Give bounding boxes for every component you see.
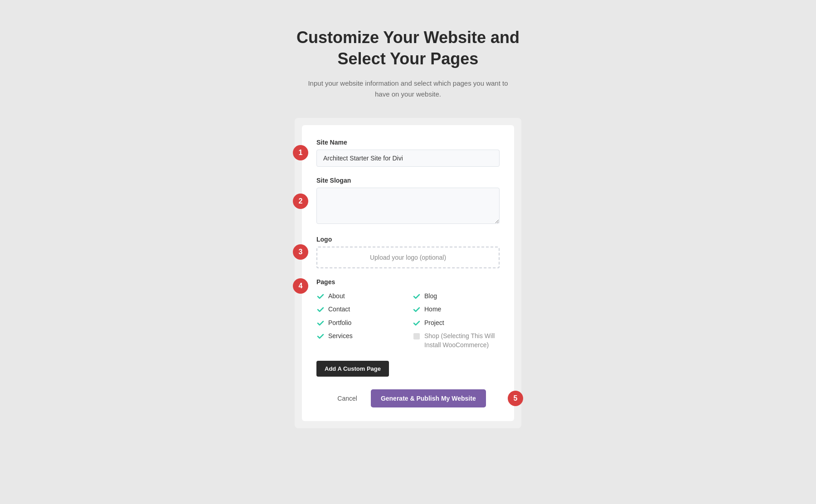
generate-publish-button[interactable]: Generate & Publish My Website — [371, 389, 486, 407]
page-header: Customize Your Website and Select Your P… — [296, 27, 520, 100]
step-badge-1: 1 — [293, 145, 308, 160]
page-portfolio-label: Portfolio — [328, 319, 351, 328]
step-badge-2: 2 — [293, 194, 308, 209]
footer-actions: Cancel Generate & Publish My Website 5 — [316, 389, 500, 407]
list-item: Portfolio — [316, 319, 403, 328]
check-icon-about — [316, 292, 325, 300]
list-item: Blog — [413, 292, 500, 301]
list-item: Services — [316, 332, 403, 349]
logo-upload-text: Upload your logo (optional) — [370, 254, 446, 261]
site-slogan-input[interactable] — [316, 188, 500, 224]
pages-label: Pages — [316, 278, 500, 286]
list-item: Home — [413, 305, 500, 314]
site-name-input[interactable] — [316, 150, 500, 167]
check-icon-contact — [316, 305, 325, 314]
check-icon-project — [413, 319, 421, 327]
list-item: Shop (Selecting This Will Install WooCom… — [413, 332, 500, 349]
page-blog-label: Blog — [424, 292, 437, 301]
form-card: 1 Site Name 2 Site Slogan 3 Logo Upload … — [302, 125, 514, 421]
site-slogan-group: 2 Site Slogan — [316, 177, 500, 226]
svg-rect-0 — [413, 333, 420, 339]
page-home-label: Home — [424, 305, 441, 314]
cancel-button[interactable]: Cancel — [330, 390, 364, 407]
step-badge-4: 4 — [293, 278, 308, 294]
card-wrapper: 1 Site Name 2 Site Slogan 3 Logo Upload … — [295, 118, 521, 428]
step-badge-3: 3 — [293, 244, 308, 260]
add-custom-page-button[interactable]: Add A Custom Page — [316, 361, 389, 377]
check-icon-portfolio — [316, 319, 325, 327]
list-item: Contact — [316, 305, 403, 314]
page-subtitle: Input your website information and selec… — [304, 78, 512, 100]
page-project-label: Project — [424, 319, 444, 328]
pages-grid: About Blog — [316, 292, 500, 350]
page-services-label: Services — [328, 332, 353, 341]
logo-group: 3 Logo Upload your logo (optional) — [316, 236, 500, 268]
list-item: About — [316, 292, 403, 301]
check-icon-blog — [413, 292, 421, 300]
page-about-label: About — [328, 292, 345, 301]
list-item: Project — [413, 319, 500, 328]
logo-upload-area[interactable]: Upload your logo (optional) — [316, 247, 500, 268]
site-slogan-label: Site Slogan — [316, 177, 500, 184]
pages-section: 4 Pages About — [316, 278, 500, 350]
page-contact-label: Contact — [328, 305, 350, 314]
logo-label: Logo — [316, 236, 500, 243]
check-icon-services — [316, 332, 325, 340]
check-icon-home — [413, 305, 421, 314]
check-icon-shop — [413, 332, 421, 340]
site-name-label: Site Name — [316, 139, 500, 146]
step-badge-5: 5 — [508, 391, 523, 406]
card-inner: 1 Site Name 2 Site Slogan 3 Logo Upload … — [316, 139, 500, 407]
page-shop-label: Shop (Selecting This Will Install WooCom… — [424, 332, 500, 349]
site-name-group: 1 Site Name — [316, 139, 500, 167]
page-title: Customize Your Website and Select Your P… — [296, 27, 520, 70]
